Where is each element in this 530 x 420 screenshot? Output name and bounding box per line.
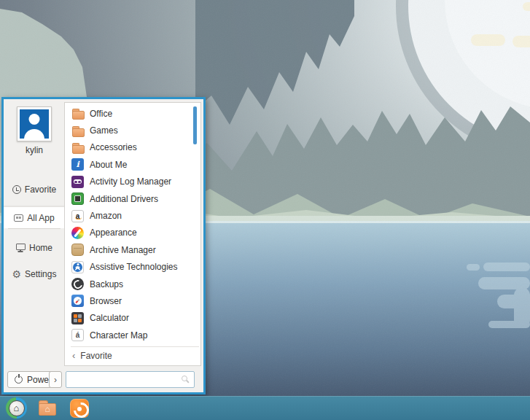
desktop: kylin Favorite All App Home ⚙ Settings bbox=[0, 0, 530, 420]
search-input[interactable] bbox=[66, 372, 194, 387]
user-avatar[interactable] bbox=[17, 106, 52, 141]
drivers-icon bbox=[71, 192, 84, 205]
app-item-amazon[interactable]: a Amazon bbox=[65, 207, 200, 224]
appearance-icon bbox=[71, 227, 84, 239]
gear-icon: ⚙ bbox=[12, 269, 22, 279]
browser-icon bbox=[71, 295, 84, 307]
sidebar-item-label: Favorite bbox=[25, 184, 56, 195]
about-me-icon: i bbox=[71, 158, 84, 171]
start-house-icon: ⌂ bbox=[9, 400, 25, 416]
firefox-button[interactable] bbox=[70, 399, 89, 418]
app-item-calculator[interactable]: Calculator bbox=[65, 310, 200, 327]
sidebar-item-home[interactable]: Home bbox=[4, 238, 65, 257]
sidebar-divider bbox=[8, 228, 61, 229]
charmap-icon: á bbox=[71, 329, 84, 341]
calculator-icon bbox=[71, 312, 84, 324]
app-item-character-map[interactable]: á Character Map bbox=[65, 327, 200, 343]
chevron-left-icon: ‹ bbox=[72, 351, 75, 360]
app-item-assistive-technologies[interactable]: Assistive Technologies bbox=[65, 259, 200, 276]
clock-icon bbox=[12, 185, 21, 194]
sidebar-item-favorite[interactable]: Favorite bbox=[4, 180, 65, 199]
username-label: kylin bbox=[4, 145, 65, 155]
sidebar-item-all-app[interactable]: All App bbox=[4, 206, 65, 228]
app-list: Office Games Accessories i About Me Acti… bbox=[65, 103, 200, 343]
app-item-archive-manager[interactable]: Archive Manager bbox=[65, 241, 200, 258]
folder-icon bbox=[71, 107, 84, 120]
power-icon bbox=[15, 376, 23, 384]
sidebar-item-label: All App bbox=[27, 213, 54, 223]
all-apps-icon bbox=[14, 214, 23, 222]
file-manager-button[interactable]: ⌂ bbox=[39, 400, 57, 416]
start-menu-button[interactable]: ⌂ bbox=[6, 397, 27, 419]
search-box bbox=[66, 371, 195, 388]
amazon-icon: a bbox=[71, 210, 84, 222]
scrollbar-thumb[interactable] bbox=[193, 106, 197, 144]
user-avatar-icon bbox=[20, 109, 49, 139]
app-item-games[interactable]: Games bbox=[65, 122, 200, 139]
sidebar-item-label: Settings bbox=[25, 269, 56, 279]
backups-icon bbox=[71, 278, 84, 290]
app-list-panel: Office Games Accessories i About Me Acti… bbox=[64, 102, 201, 366]
folder-icon bbox=[71, 125, 84, 137]
folder-icon bbox=[71, 141, 84, 154]
taskbar: ⌂ ⌂ bbox=[0, 396, 530, 420]
app-item-appearance[interactable]: Appearance bbox=[65, 225, 200, 241]
app-item-additional-drivers[interactable]: Additional Drivers bbox=[65, 190, 200, 207]
app-item-office[interactable]: Office bbox=[65, 105, 200, 122]
app-item-backups[interactable]: Backups bbox=[65, 276, 200, 292]
power-options-arrow-button[interactable]: › bbox=[49, 371, 62, 388]
chevron-right-icon: › bbox=[54, 375, 57, 385]
home-folder-icon: ⌂ bbox=[39, 403, 56, 416]
sidebar-item-settings[interactable]: ⚙ Settings bbox=[4, 265, 65, 284]
assistive-icon bbox=[71, 261, 84, 273]
start-menu-panel: kylin Favorite All App Home ⚙ Settings bbox=[1, 97, 206, 394]
monitor-icon bbox=[16, 244, 26, 250]
app-item-accessories[interactable]: Accessories bbox=[65, 139, 200, 156]
app-item-browser[interactable]: Browser bbox=[65, 292, 200, 309]
activity-log-icon bbox=[71, 176, 84, 188]
archive-icon bbox=[71, 244, 84, 256]
back-to-favorite-link[interactable]: ‹ Favorite bbox=[65, 347, 200, 364]
sidebar-item-label: Home bbox=[29, 243, 52, 253]
menu-sidebar: kylin Favorite All App Home ⚙ Settings bbox=[4, 99, 65, 392]
app-item-about-me[interactable]: i About Me bbox=[65, 156, 200, 173]
app-item-activity-log-manager[interactable]: Activity Log Manager bbox=[65, 174, 200, 190]
